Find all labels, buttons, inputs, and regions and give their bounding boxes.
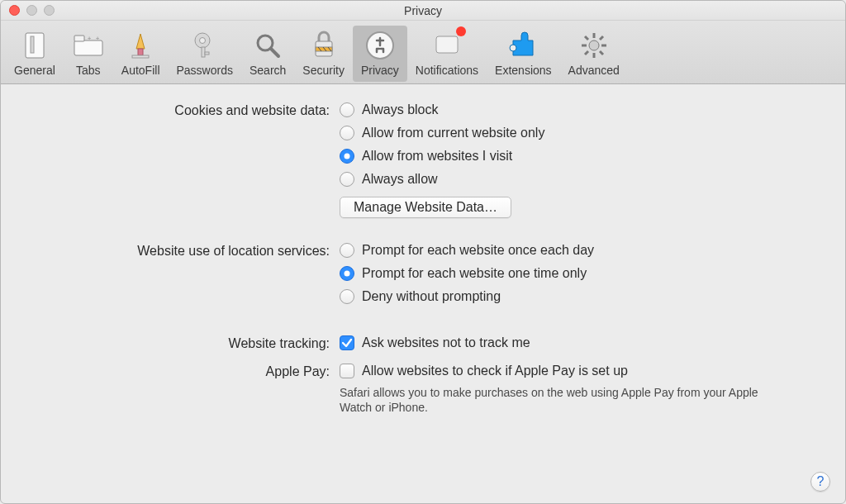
svg-rect-2 [74, 40, 102, 55]
notifications-badge [456, 26, 466, 36]
checkbox-icon [340, 335, 354, 350]
svg-line-31 [600, 36, 603, 40]
svg-rect-3 [74, 36, 84, 41]
passwords-icon [188, 29, 221, 62]
radio-icon [340, 172, 354, 187]
tracking-section: Website tracking: Ask websites not to tr… [34, 334, 812, 357]
privacy-icon [364, 29, 397, 62]
radio-label: Always block [362, 101, 438, 119]
checkbox-label: Allow websites to check if Apple Pay is … [362, 362, 628, 380]
location-label: Website use of location services: [34, 241, 340, 259]
tab-tabs[interactable]: ++ Tabs [64, 26, 113, 82]
svg-text:+: + [95, 35, 99, 42]
svg-line-13 [271, 49, 278, 56]
applepay-label: Apple Pay: [34, 362, 340, 379]
applepay-section: Apple Pay: Allow websites to check if Ap… [34, 362, 812, 415]
titlebar: Privacy [1, 1, 845, 21]
window-title: Privacy [404, 4, 442, 17]
radio-label: Prompt for each website one time only [362, 264, 587, 283]
location-option-prompt-once[interactable]: Prompt for each website one time only [340, 264, 812, 283]
svg-rect-1 [31, 36, 34, 53]
tab-label: Extensions [495, 64, 551, 77]
applepay-hint: Safari allows you to make purchases on t… [340, 385, 769, 415]
location-option-prompt-daily[interactable]: Prompt for each website once each day [340, 241, 812, 259]
security-icon [307, 29, 340, 62]
cookies-option-current-only[interactable]: Allow from current website only [340, 124, 812, 142]
tab-extensions[interactable]: Extensions [487, 26, 559, 82]
tab-privacy[interactable]: Privacy [353, 26, 407, 82]
tab-label: AutoFill [121, 64, 160, 77]
svg-rect-11 [205, 52, 209, 55]
location-section: Website use of location services: Prompt… [34, 241, 812, 311]
help-icon: ? [817, 474, 825, 489]
location-option-deny[interactable]: Deny without prompting [340, 288, 812, 306]
svg-rect-21 [436, 36, 458, 53]
manage-website-data-button[interactable]: Manage Website Data… [340, 197, 511, 218]
tracking-checkbox-row[interactable]: Ask websites not to track me [340, 334, 812, 352]
svg-line-29 [600, 51, 603, 55]
tab-label: Search [250, 64, 286, 77]
advanced-icon [577, 29, 611, 62]
tab-autofill[interactable]: AutoFill [113, 26, 169, 82]
tab-label: Notifications [416, 64, 478, 77]
radio-icon [340, 149, 354, 164]
svg-point-9 [199, 38, 205, 44]
svg-point-23 [589, 40, 599, 50]
checkbox-icon [340, 364, 354, 378]
tab-advanced[interactable]: Advanced [560, 26, 628, 82]
content-pane: Cookies and website data: Always block A… [1, 84, 845, 426]
radio-label: Prompt for each website once each day [362, 241, 594, 259]
cookies-label: Cookies and website data: [34, 101, 340, 118]
zoom-button[interactable] [44, 5, 55, 16]
tab-search[interactable]: Search [241, 26, 294, 82]
tracking-label: Website tracking: [34, 334, 340, 351]
preferences-window: Privacy General ++ Tabs AutoFill Passwo [0, 0, 846, 504]
svg-rect-0 [26, 33, 44, 58]
radio-label: Deny without prompting [362, 288, 501, 306]
autofill-icon [124, 29, 157, 62]
svg-point-22 [510, 45, 516, 51]
tab-label: Advanced [568, 64, 620, 77]
extensions-icon [506, 29, 539, 62]
tabs-icon: ++ [72, 29, 105, 62]
applepay-checkbox-row[interactable]: Allow websites to check if Apple Pay is … [340, 362, 812, 380]
cookies-option-visited[interactable]: Allow from websites I visit [340, 147, 812, 165]
general-icon [18, 29, 51, 62]
svg-text:+: + [87, 35, 91, 42]
tab-label: Tabs [76, 64, 101, 77]
tab-label: General [14, 64, 55, 77]
radio-label: Always allow [362, 170, 438, 188]
cookies-option-always-block[interactable]: Always block [340, 101, 812, 119]
tab-notifications[interactable]: Notifications [407, 26, 487, 82]
radio-label: Allow from current website only [362, 124, 544, 142]
notifications-icon [430, 29, 463, 62]
close-button[interactable] [9, 5, 20, 16]
tab-label: Passwords [177, 64, 233, 77]
radio-icon [340, 126, 354, 140]
svg-rect-7 [132, 55, 149, 58]
cookies-option-always-allow[interactable]: Always allow [340, 170, 812, 188]
tab-passwords[interactable]: Passwords [169, 26, 241, 82]
radio-icon [340, 266, 354, 281]
radio-icon [340, 289, 354, 304]
search-icon [251, 29, 284, 62]
tab-label: Privacy [361, 64, 399, 77]
tab-security[interactable]: Security [294, 26, 353, 82]
radio-icon [340, 102, 354, 117]
svg-line-30 [585, 51, 588, 55]
cookies-section: Cookies and website data: Always block A… [34, 101, 812, 218]
help-button[interactable]: ? [810, 472, 830, 492]
traffic-lights [9, 5, 55, 16]
tab-label: Security [302, 64, 345, 77]
checkbox-label: Ask websites not to track me [362, 334, 530, 352]
radio-icon [340, 243, 354, 258]
tab-general[interactable]: General [6, 26, 64, 82]
svg-rect-10 [202, 47, 205, 57]
radio-label: Allow from websites I visit [362, 147, 512, 165]
svg-line-28 [585, 36, 588, 40]
minimize-button[interactable] [26, 5, 37, 16]
preferences-toolbar: General ++ Tabs AutoFill Passwords Searc… [1, 21, 845, 84]
svg-rect-6 [138, 49, 143, 55]
